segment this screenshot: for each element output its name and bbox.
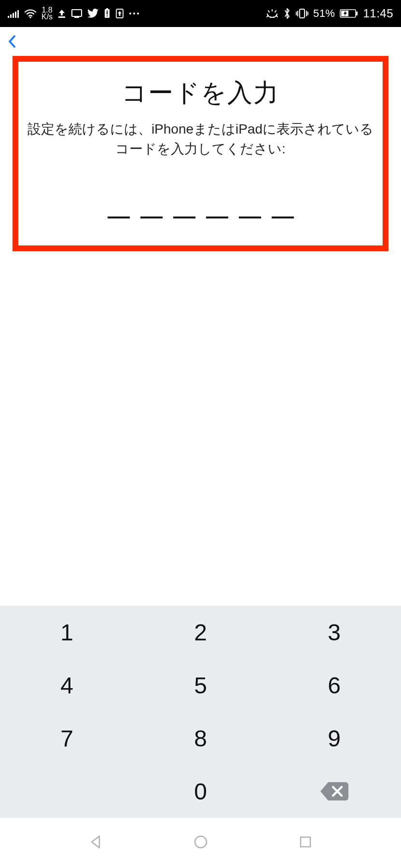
code-digit-slot bbox=[206, 217, 228, 218]
keypad-key-2[interactable]: 2 bbox=[134, 606, 267, 659]
numeric-keypad: 1234567890 bbox=[0, 606, 401, 818]
svg-rect-7 bbox=[72, 10, 82, 16]
svg-point-15 bbox=[133, 13, 135, 14]
svg-line-21 bbox=[268, 11, 269, 12]
keypad-key-6[interactable]: 6 bbox=[267, 659, 401, 712]
code-digit-slot bbox=[108, 217, 130, 218]
network-speed: 1.8 K/s bbox=[41, 7, 53, 21]
chevron-left-icon bbox=[3, 32, 21, 51]
svg-line-19 bbox=[270, 17, 271, 18]
vibrate-icon bbox=[296, 8, 308, 19]
svg-rect-12 bbox=[107, 15, 108, 16]
svg-line-23 bbox=[275, 11, 276, 12]
android-home-button[interactable] bbox=[191, 832, 210, 854]
keypad-empty bbox=[0, 765, 134, 818]
status-left-cluster: 1.8 K/s bbox=[8, 7, 139, 21]
svg-line-18 bbox=[276, 15, 277, 17]
android-recent-button[interactable] bbox=[296, 832, 315, 854]
code-digit-slot bbox=[272, 217, 294, 218]
cast-icon bbox=[71, 9, 83, 18]
svg-rect-35 bbox=[301, 837, 310, 847]
keypad-key-1[interactable]: 1 bbox=[0, 606, 134, 659]
android-status-bar: 1.8 K/s 51% bbox=[0, 0, 401, 27]
twitter-icon bbox=[87, 9, 99, 18]
clock: 11:45 bbox=[363, 7, 393, 20]
panel-subtitle: 設定を続けるには、iPhoneまたはiPadに表示されているコードを入力してくだ… bbox=[27, 120, 374, 159]
battery-icon bbox=[340, 9, 358, 18]
svg-rect-6 bbox=[58, 16, 65, 18]
cellular-signal-icon bbox=[8, 9, 19, 18]
keypad-key-3[interactable]: 3 bbox=[267, 606, 401, 659]
svg-rect-4 bbox=[17, 10, 19, 18]
svg-rect-11 bbox=[107, 11, 108, 14]
nav-bar bbox=[0, 27, 401, 56]
svg-point-5 bbox=[29, 16, 31, 18]
android-navigation-bar bbox=[0, 818, 401, 868]
code-entry-panel: コードを入力 設定を続けるには、iPhoneまたはiPadに表示されているコード… bbox=[13, 56, 388, 251]
code-digit-slot bbox=[173, 217, 195, 218]
keypad-key-0[interactable]: 0 bbox=[134, 765, 267, 818]
svg-rect-2 bbox=[13, 13, 14, 18]
keypad-key-4[interactable]: 4 bbox=[0, 659, 134, 712]
bluetooth-icon bbox=[283, 8, 291, 19]
more-notifications-icon bbox=[129, 12, 139, 15]
upload-icon bbox=[57, 9, 66, 18]
keypad-key-7[interactable]: 7 bbox=[0, 712, 134, 765]
code-digit-slot bbox=[140, 217, 163, 218]
panel-title: コードを入力 bbox=[27, 76, 374, 110]
eye-comfort-icon bbox=[266, 9, 278, 18]
backspace-icon bbox=[318, 780, 350, 802]
wifi-icon bbox=[24, 9, 37, 18]
svg-point-14 bbox=[129, 13, 131, 14]
code-input[interactable] bbox=[27, 202, 374, 218]
svg-rect-31 bbox=[356, 12, 358, 15]
svg-rect-3 bbox=[15, 12, 16, 18]
svg-rect-1 bbox=[10, 14, 12, 18]
svg-line-20 bbox=[274, 17, 274, 18]
svg-point-16 bbox=[137, 13, 139, 14]
code-digit-slot bbox=[239, 217, 261, 218]
keypad-key-8[interactable]: 8 bbox=[134, 712, 267, 765]
keypad-backspace-button[interactable] bbox=[267, 765, 401, 818]
svg-line-17 bbox=[267, 15, 268, 17]
keypad-key-5[interactable]: 5 bbox=[134, 659, 267, 712]
app-update-icon bbox=[115, 8, 124, 19]
speed-unit: K/s bbox=[41, 14, 53, 20]
svg-rect-0 bbox=[8, 16, 9, 18]
android-back-button[interactable] bbox=[86, 832, 105, 854]
battery-percentage: 51% bbox=[313, 7, 335, 20]
back-button[interactable] bbox=[3, 32, 21, 51]
battery-alert-icon bbox=[104, 8, 111, 19]
svg-rect-10 bbox=[106, 8, 108, 10]
keypad-key-9[interactable]: 9 bbox=[267, 712, 401, 765]
svg-rect-24 bbox=[300, 9, 304, 18]
status-right-cluster: 51% 11:45 bbox=[266, 7, 393, 20]
svg-point-34 bbox=[195, 836, 207, 848]
